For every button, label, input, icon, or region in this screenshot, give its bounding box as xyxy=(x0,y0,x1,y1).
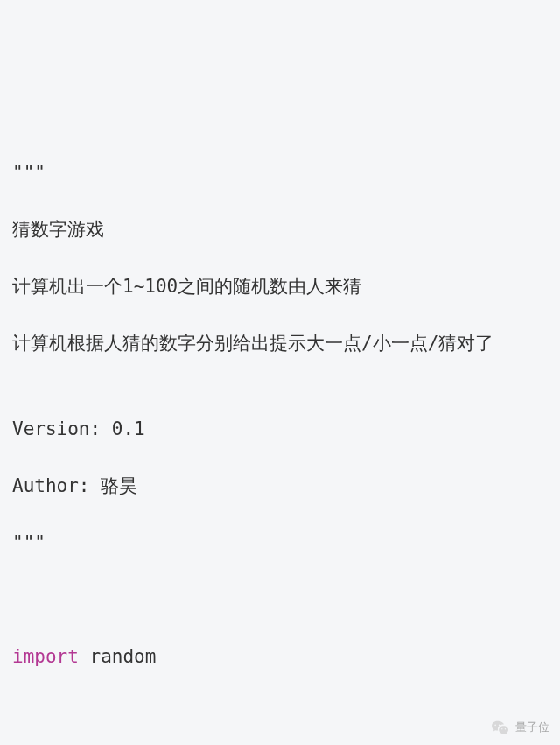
docstring-close: """ xyxy=(12,529,548,558)
docstring-desc2: 计算机根据人猜的数字分别给出提示大一点/小一点/猜对了 xyxy=(12,329,548,358)
wechat-icon xyxy=(491,720,510,735)
watermark-text: 量子位 xyxy=(515,719,550,736)
docstring-open: """ xyxy=(12,158,548,187)
code-block: """ 猜数字游戏 计算机出一个1~100之间的随机数由人来猜 计算机根据人猜的… xyxy=(12,130,548,745)
import-line: import random xyxy=(12,643,548,671)
docstring-version: Version: 0.1 xyxy=(12,415,548,444)
import-kw: import xyxy=(12,646,79,667)
blank-line xyxy=(12,586,548,615)
watermark: 量子位 xyxy=(491,719,550,736)
docstring-desc1: 计算机出一个1~100之间的随机数由人来猜 xyxy=(12,272,548,301)
docstring-title: 猜数字游戏 xyxy=(12,215,548,244)
docstring-author: Author: 骆昊 xyxy=(12,472,548,501)
blank-line xyxy=(12,699,548,728)
